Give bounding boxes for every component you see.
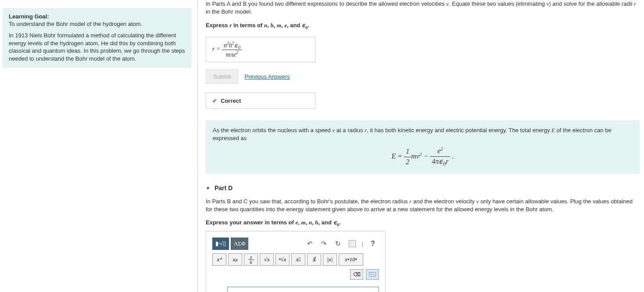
nth-root-tool[interactable]: ⁿ√x	[275, 253, 290, 266]
express-mid: in terms of	[232, 22, 264, 29]
hat-tool[interactable]: x̂	[307, 253, 321, 266]
learning-goal-title: Learning Goal:	[9, 13, 185, 20]
part-d-description: In Parts B and C you saw that, according…	[206, 198, 640, 213]
energy-equation: E = 12mv2 − e24πϵ0r .	[213, 146, 633, 168]
part-d-express-line: Express your answer in terms of e, m, n,…	[206, 219, 640, 227]
reset-icon[interactable]: ↻	[332, 238, 344, 249]
redo-icon[interactable]: ↷	[318, 238, 330, 249]
separator: |	[362, 241, 363, 247]
part-c-instruction: In Parts A and B you found two different…	[206, 0, 640, 16]
learning-goal-body: In 1913 Niels Bohr formulated a method o…	[9, 32, 185, 62]
submit-button[interactable]: Submit	[206, 69, 238, 84]
part-d-header[interactable]: ▼ Part D	[206, 184, 640, 191]
abs-tool[interactable]: |x|	[323, 253, 337, 266]
backspace-icon[interactable]: ⌫	[350, 269, 363, 280]
instr-text: . Equate these two values (eliminating	[449, 0, 547, 7]
caret-down-icon: ▼	[206, 186, 210, 191]
correct-feedback: ✔Correct	[206, 93, 315, 109]
express-suffix: .	[339, 219, 341, 226]
keyboard-toggle-icon[interactable]	[366, 269, 379, 280]
express-prefix: Express your answer in terms of	[206, 219, 295, 226]
info-text: , it has both kinetic energy and electri…	[367, 127, 551, 133]
part-c-answer-display: r = n2h2ϵ0 mπe2	[206, 37, 315, 62]
sqrt-tool[interactable]: √x	[260, 253, 274, 266]
superscript-tool[interactable]: xᵃ	[212, 253, 226, 266]
energy-info-panel: As the electron orbits the nucleus with …	[206, 120, 640, 174]
instr-text: In Parts A and B you found two different…	[206, 0, 446, 7]
undo-icon[interactable]: ↶	[304, 238, 316, 249]
frac-num: 1	[404, 147, 411, 157]
sci-notation-tool[interactable]: x•10ⁿ	[339, 253, 363, 266]
keyboard-icon[interactable]	[346, 238, 358, 249]
info-text: As the electron orbits the nucleus with …	[213, 127, 332, 133]
eq-mid: mv2 −	[411, 152, 430, 160]
help-icon[interactable]: ?	[367, 238, 379, 249]
correct-label: Correct	[221, 97, 241, 104]
learning-goal-subtitle: To understand the Bohr model of the hydr…	[9, 21, 185, 27]
instr-text: in the Bohr model.	[206, 8, 252, 15]
fraction-tool[interactable]: ab	[244, 253, 258, 266]
vector-tool[interactable]: x⃗	[291, 253, 305, 266]
equation-input[interactable]: − 13.6 n2	[227, 287, 379, 292]
templates-tab[interactable]: ▮ⁿ√▯	[212, 238, 229, 250]
subscript-tool[interactable]: xᵦ	[228, 253, 242, 266]
part-d-title: Part D	[215, 184, 233, 191]
learning-goal-panel: Learning Goal: To understand the Bohr mo…	[3, 8, 191, 68]
frac-den: 2	[404, 157, 411, 167]
instr-text: ) and solve for the allowable radii	[549, 0, 634, 7]
answer-lhs: r =	[212, 46, 220, 52]
info-text: at a radius	[335, 127, 365, 133]
express-prefix: Express	[206, 22, 229, 29]
eq-lhs: E =	[392, 152, 404, 160]
greek-tab[interactable]: ΑΣΦ	[231, 238, 248, 250]
express-suffix: .	[308, 22, 309, 29]
previous-answers-link[interactable]: Previous Answers	[244, 73, 290, 80]
part-c-express-line: Express r in terms of n, h, m, e, and ϵ0…	[206, 22, 640, 30]
check-icon: ✔	[212, 97, 217, 104]
eq-end: .	[450, 152, 454, 160]
equation-editor: ▮ⁿ√▯ ΑΣΦ ↶ ↷ ↻ | ? xᵃ xᵦ ab √x ⁿ√x x⃗ x̂…	[206, 231, 386, 292]
